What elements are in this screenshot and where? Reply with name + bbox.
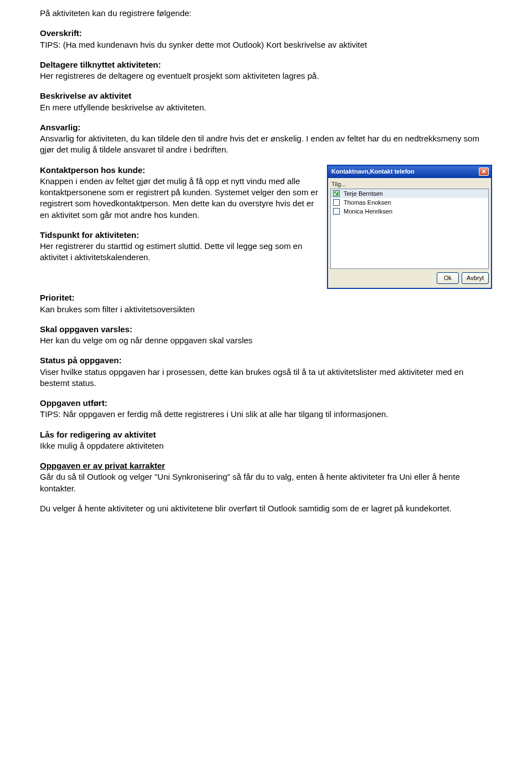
list-item[interactable]: Thomas Enoksen [331, 198, 488, 207]
text-las: Ikke mulig å oppdatere aktiviteten [40, 440, 492, 451]
label-privat: Oppgaven er av privat karrakter [40, 460, 492, 471]
tilg-label: Tilg... [330, 180, 489, 189]
section-privat: Oppgaven er av privat karrakter Går du s… [40, 460, 492, 494]
popup-titlebar: Kontaktnavn,Kontakt telefon [328, 166, 491, 178]
section-prioritet: Prioritet: Kan brukes som filter i aktiv… [40, 292, 492, 315]
section-status: Status på oppgaven: Viser hvilke status … [40, 355, 492, 389]
contact-list[interactable]: Terje Berntsen Thomas Enoksen Monica Hen… [330, 189, 489, 269]
cancel-button[interactable]: Avbryt [462, 272, 489, 284]
label-beskrivelse: Beskrivelse av aktivitet [40, 90, 492, 101]
text-utfort: TIPS: Når oppgaven er ferdig må dette re… [40, 409, 492, 420]
label-utfort: Oppgaven utført: [40, 398, 492, 409]
section-deltagere: Deltagere tilknyttet aktiviteten: Her re… [40, 59, 492, 82]
closing-paragraph: Du velger å hente aktiviteter og uni akt… [40, 503, 492, 514]
intro-paragraph: På aktiviteten kan du registrere følgend… [40, 8, 492, 19]
section-ansvarlig: Ansvarlig: Ansvarlig for aktiviteten, du… [40, 122, 492, 156]
text-privat: Går du så til Outlook og velger "Uni Syn… [40, 471, 492, 494]
label-varsles: Skal oppgaven varsles: [40, 324, 492, 335]
popup-title-text: Kontaktnavn,Kontakt telefon [331, 169, 415, 175]
contact-name: Terje Berntsen [344, 190, 383, 198]
text-beskrivelse: En mere utfyllende beskrivelse av aktivi… [40, 102, 492, 113]
text-ansvarlig: Ansvarlig for aktiviteten, du kan tildel… [40, 133, 492, 156]
checkbox-icon[interactable] [333, 208, 340, 215]
close-icon[interactable] [479, 167, 489, 176]
ok-button[interactable]: Ok [437, 272, 459, 284]
section-beskrivelse: Beskrivelse av aktivitet En mere utfylle… [40, 90, 492, 113]
label-overskrift: Overskrift: [40, 28, 492, 39]
checkbox-icon[interactable] [333, 199, 340, 206]
text-overskrift: TIPS: (Ha med kundenavn hvis du synker d… [40, 39, 492, 50]
checkbox-icon[interactable] [333, 190, 340, 197]
label-deltagere: Deltagere tilknyttet aktiviteten: [40, 59, 492, 70]
contact-popup-window: Kontaktnavn,Kontakt telefon Tilg... Terj… [327, 165, 492, 289]
section-utfort: Oppgaven utført: TIPS: Når oppgaven er f… [40, 398, 492, 420]
section-las: Lås for redigering av aktivitet Ikke mul… [40, 429, 492, 452]
label-prioritet: Prioritet: [40, 292, 492, 303]
label-las: Lås for redigering av aktivitet [40, 429, 492, 440]
text-status: Viser hvilke status oppgaven har i prose… [40, 367, 492, 389]
label-status: Status på oppgaven: [40, 355, 492, 366]
text-prioritet: Kan brukes som filter i aktivitetsoversi… [40, 304, 492, 315]
text-varsles: Her kan du velge om og når denne oppgave… [40, 335, 492, 346]
text-deltagere: Her registreres de deltagere og eventuel… [40, 70, 492, 82]
label-ansvarlig: Ansvarlig: [40, 122, 492, 133]
section-varsles: Skal oppgaven varsles: Her kan du velge … [40, 324, 492, 347]
section-overskrift: Overskrift: TIPS: (Ha med kundenavn hvis… [40, 28, 492, 50]
list-item[interactable]: Monica Henriksen [331, 207, 488, 216]
contact-name: Thomas Enoksen [344, 199, 391, 207]
list-item[interactable]: Terje Berntsen [331, 189, 488, 198]
contact-name: Monica Henriksen [344, 207, 392, 216]
